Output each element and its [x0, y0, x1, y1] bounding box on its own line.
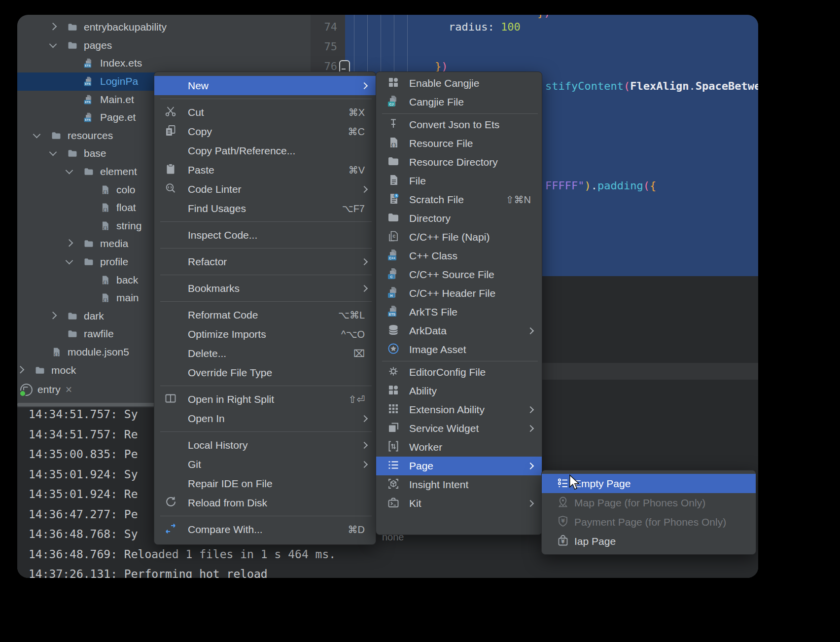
file-ets-icon: ETS: [83, 94, 94, 105]
close-icon[interactable]: ×: [66, 385, 72, 394]
menu-item-shortcut: ⇧⏎: [348, 393, 365, 405]
menu-item-image-asset[interactable]: Image Asset: [376, 340, 542, 359]
submenu-arrow-icon: [361, 415, 368, 422]
running-status-dot: [19, 390, 26, 397]
menu-item-page[interactable]: Page: [376, 457, 542, 475]
menu-item-copy[interactable]: Copy⌘C: [154, 122, 376, 141]
menu-item-arkts-file[interactable]: ETSArkTS File: [376, 303, 542, 321]
svg-text:¥: ¥: [561, 538, 565, 544]
entry-module-icon: [20, 384, 33, 396]
submenu-arrow-icon: [361, 82, 368, 89]
menu-item-cangjie-file[interactable]: CJCangjie File: [376, 93, 542, 111]
tree-row-pages[interactable]: pages: [17, 36, 311, 54]
tree-row-label: entrybackupability: [84, 21, 167, 33]
menu-item-refactor[interactable]: Refactor: [154, 252, 376, 271]
menu-item-file[interactable]: File: [376, 172, 542, 190]
menu-item-override-file-type[interactable]: Override File Type: [154, 363, 376, 382]
submenu-arrow-icon: [527, 327, 534, 334]
menu-item-worker[interactable]: Worker: [376, 438, 542, 457]
tab-entry[interactable]: entry ×: [20, 379, 72, 400]
menu-item-new[interactable]: New: [154, 76, 376, 95]
chevron-right-icon[interactable]: [66, 239, 73, 247]
tree-row-label: pages: [84, 39, 112, 51]
chevron-down-icon[interactable]: [49, 40, 57, 48]
chevron-down-icon[interactable]: [66, 257, 73, 265]
menu-item-label: Resource File: [409, 138, 473, 149]
mouse-cursor: [567, 474, 582, 491]
tree-row-label: float: [116, 202, 136, 214]
svg-text:ETS: ETS: [389, 313, 396, 316]
menu-item-extension-ability[interactable]: Extension Ability: [376, 400, 542, 419]
menu-item-ability[interactable]: Ability: [376, 382, 542, 400]
menu-item-delete[interactable]: Delete...⌧: [154, 344, 376, 363]
file-c-icon: c: [386, 230, 401, 245]
menu-item-arkdata[interactable]: ArkData: [376, 321, 542, 340]
menu-item-kit[interactable]: Kit: [376, 494, 542, 513]
menu-item-open-in[interactable]: Open In: [154, 409, 376, 428]
menu-item-code-linter[interactable]: Code Linter: [154, 179, 376, 199]
menu-item-c-c-file-napi[interactable]: cC/C++ File (Napi): [376, 228, 542, 247]
svg-text:{}: {}: [54, 352, 59, 357]
menu-item-label: Resource Directory: [409, 156, 498, 168]
menu-item-cut[interactable]: Cut⌘X: [154, 103, 376, 122]
chevron-right-icon[interactable]: [17, 365, 24, 373]
menu-item-convert-json-to-ets[interactable]: Convert Json to Ets: [376, 115, 542, 134]
chevron-down-icon[interactable]: [49, 148, 57, 156]
menu-item-c-c-header-file[interactable]: HC/C++ Header File: [376, 284, 542, 303]
tree-row-entrybackupability[interactable]: entrybackupability: [17, 18, 311, 36]
menu-item-label: Scratch File: [409, 194, 464, 206]
menu-item-payment-page-for-phones-only: ¥Payment Page (for Phones Only): [542, 512, 756, 532]
file-json-icon: {}: [100, 292, 110, 303]
menu-item-resource-directory[interactable]: Resource Directory: [376, 153, 542, 172]
menu-item-shortcut: ⌥F7: [342, 203, 365, 214]
console-log-line: 14:35:00.835: Pe: [29, 446, 138, 463]
menu-item-repair-ide-on-file[interactable]: Repair IDE on File: [154, 474, 376, 493]
svg-text:c: c: [393, 233, 396, 239]
submenu-arrow-icon: [361, 441, 368, 448]
menu-item-reformat-code[interactable]: Reformat Code⌥⌘L: [154, 305, 376, 324]
menu-item-paste[interactable]: Paste⌘V: [154, 160, 376, 179]
tree-row-label: dark: [84, 310, 104, 322]
menu-item-directory[interactable]: Directory: [376, 209, 542, 228]
grid2-icon: [386, 76, 401, 91]
menu-item-copy-path-reference[interactable]: Copy Path/Reference...: [154, 141, 376, 160]
menu-item-shortcut: ⌘X: [349, 107, 365, 118]
tree-row-label: resources: [68, 130, 113, 142]
menu-item-find-usages[interactable]: Find Usages⌥F7: [154, 199, 376, 218]
menu-item-editorconfig-file[interactable]: EditorConfig File: [376, 363, 542, 382]
menu-item-label: Refactor: [188, 256, 227, 268]
submenu-arrow-icon: [527, 406, 534, 413]
menu-item-open-in-right-split[interactable]: Open in Right Split⇧⏎: [154, 390, 376, 409]
menu-item-iap-page[interactable]: ¥Iap Page: [542, 532, 756, 551]
chevron-down-icon[interactable]: [33, 131, 41, 139]
console-log-line: 14:35:01.924: Sy: [29, 466, 138, 483]
menu-item-bookmarks[interactable]: Bookmarks: [154, 279, 376, 298]
menu-item-enable-cangjie[interactable]: Enable Cangjie: [376, 74, 542, 93]
pin-icon: [386, 117, 401, 132]
menu-item-insight-intent[interactable]: Insight Intent: [376, 475, 542, 494]
menu-item-c-c-source-file[interactable]: CC/C++ Source File: [376, 265, 542, 284]
menu-item-label: Compare With...: [188, 524, 263, 535]
menu-item-inspect-code[interactable]: Inspect Code...: [154, 225, 376, 245]
menu-item-service-widget[interactable]: Service Widget: [376, 419, 542, 438]
chevron-right-icon[interactable]: [49, 23, 57, 31]
tree-row-index-ets[interactable]: ETSIndex.ets: [17, 54, 311, 72]
menu-item-resource-file[interactable]: {}Resource File: [376, 134, 542, 153]
menu-item-git[interactable]: Git: [154, 455, 376, 474]
menu-item-local-history[interactable]: Local History: [154, 435, 376, 455]
chevron-right-icon[interactable]: [49, 312, 57, 320]
tree-row-label: mock: [51, 364, 76, 376]
file-ets-icon: ETS: [386, 305, 401, 320]
submenu-arrow-icon: [361, 258, 368, 265]
menu-item-compare-with[interactable]: Compare With...⌘D: [154, 520, 376, 539]
chevron-down-icon[interactable]: [66, 167, 73, 175]
console-log-line: 14:36:47.277: Pe: [29, 506, 138, 523]
file-json-icon: {}: [386, 136, 401, 151]
menu-item-scratch-file[interactable]: Scratch File⇧⌘N: [376, 190, 542, 209]
file-cj-icon: CJ: [386, 95, 401, 109]
menu-item-c-class[interactable]: C++C++ Class: [376, 247, 542, 265]
menu-item-reload-from-disk[interactable]: Reload from Disk: [154, 493, 376, 512]
menu-item-optimize-imports[interactable]: Optimize Imports^⌥O: [154, 324, 376, 344]
console-log-line: 14:36:48.769: Reloaded 1 files in 1 s 46…: [29, 546, 336, 563]
tree-row-label: back: [116, 274, 138, 286]
